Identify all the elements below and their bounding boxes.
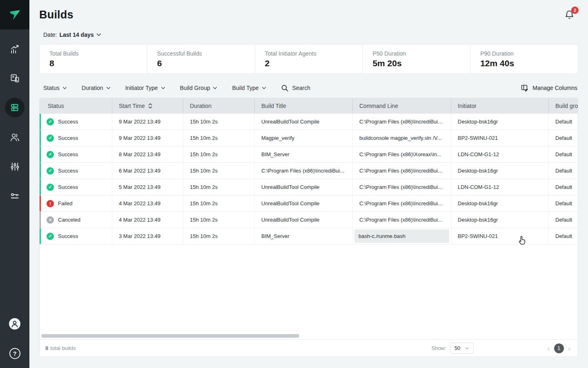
cell-command-line: C:\Program Files (x86)\IncrediBui...	[352, 195, 451, 211]
filter-label: Build Group	[180, 85, 210, 91]
horizontal-scrollbar-thumb[interactable]	[41, 334, 299, 338]
page-size-select[interactable]: 50	[450, 343, 474, 354]
table-row[interactable]: Failed 4 Mar 2022 13:49 15h 10m 2s Unrea…	[40, 195, 578, 212]
column-header-start-time[interactable]: Start Time	[112, 98, 183, 114]
stat-successful-builds: Successful Builds 6	[147, 45, 255, 74]
stat-label: Total Builds	[49, 50, 137, 57]
pagination: ‹ 1 ›	[547, 343, 570, 353]
current-page-indicator[interactable]: 1	[554, 343, 564, 353]
column-header-build-title: Build Title	[254, 98, 352, 114]
cell-build-title: UnrealBuildTool Compile	[254, 212, 352, 228]
command-line-text: C:\Program Files (x86)\IncrediBui...	[353, 184, 442, 190]
active-item-highlight	[5, 98, 24, 117]
manage-columns-label: Manage Columns	[532, 85, 577, 91]
main-content: Builds 2 Date: Last 14 days Total Builds…	[29, 0, 588, 357]
status-accent-bar	[40, 146, 41, 162]
total-builds-label: total builds	[50, 345, 76, 351]
command-line-text: buildconsole magpie_verify.sln /V...	[353, 135, 442, 141]
sidebar-item-agents[interactable]	[0, 63, 29, 93]
cell-build-title: BIM_Server	[254, 146, 352, 162]
cell-command-line: C:\Program Files (x86)\IncrediBui...	[352, 114, 451, 130]
table-row[interactable]: Success 5 Mar 2022 13:49 15h 10m 2s Unre…	[40, 179, 578, 195]
cell-start-time: 8 Mar 2022 13:49	[112, 146, 183, 162]
cell-command-line: C:\Program Files (x86)\Xoreax\In...	[352, 146, 451, 162]
cell-build-title: BIM_Server	[254, 228, 352, 244]
analytics-icon	[9, 43, 20, 54]
sidebar-item-users[interactable]	[0, 122, 29, 152]
stat-label: P50 Duration	[372, 50, 460, 57]
next-page-button[interactable]: ›	[568, 344, 570, 352]
sidebar-item-account[interactable]	[0, 309, 29, 339]
table-row[interactable]: Success 9 Mar 2022 13:49 15h 10m 2s Magp…	[40, 130, 578, 146]
filter-duration[interactable]: Duration	[82, 85, 111, 91]
stat-p90-duration: P90 Duration 12m 40s	[470, 45, 578, 74]
chevron-down-icon	[106, 87, 111, 90]
sidebar-item-builds[interactable]	[0, 93, 29, 122]
app-logo	[0, 0, 29, 29]
cell-status: Success	[40, 179, 112, 195]
date-filter[interactable]: Date: Last 14 days	[39, 29, 578, 40]
cell-build-group: Default	[548, 114, 578, 130]
stat-value: 8	[49, 58, 137, 68]
filter-build-type[interactable]: Build Type	[232, 85, 266, 91]
sidebar-item-license[interactable]	[0, 181, 29, 211]
license-key-icon	[9, 191, 20, 202]
stat-p50-duration: P50 Duration 5m 20s	[362, 45, 470, 74]
column-header-duration: Duration	[183, 98, 254, 114]
users-icon	[9, 132, 20, 143]
table-row[interactable]: Canceled 4 Mar 2022 13:49 15h 10m 2s Unr…	[40, 212, 578, 228]
cell-build-group: Default	[548, 179, 578, 195]
sidebar-nav	[0, 29, 29, 211]
table-footer: 8 total builds Show: 50 ‹ 1 ›	[40, 339, 578, 357]
builds-icon	[9, 102, 20, 113]
filter-label: Build Type	[232, 85, 258, 91]
cell-start-time: 6 Mar 2022 13:49	[112, 163, 183, 179]
cell-initiator: LDN-COM-G1-12	[451, 179, 548, 195]
cell-start-time: 9 Mar 2022 13:49	[112, 130, 183, 146]
cell-command-line: C:\Program Files (x86)\IncrediBui...	[352, 212, 451, 228]
manage-columns-button[interactable]: Manage Columns	[521, 84, 577, 92]
filter-initiator-type[interactable]: Initiator Type	[125, 85, 165, 91]
settings-sliders-icon	[9, 161, 20, 172]
command-line-text: C:\Program Files (x86)\IncrediBui...	[353, 168, 442, 174]
cell-duration: 15h 10m 2s	[183, 195, 254, 211]
status-icon	[47, 216, 54, 224]
table-row[interactable]: Success 3 Mar 2022 13:49 15h 10m 2s BIM_…	[40, 228, 578, 245]
cell-status: Success	[40, 146, 112, 162]
search-icon	[281, 84, 289, 92]
column-header-status: Status	[40, 98, 112, 114]
sidebar-item-settings[interactable]	[0, 152, 29, 181]
builds-table: Status Start Time Duration Build Title C…	[39, 98, 578, 357]
cell-status: Success	[40, 228, 112, 244]
search-button[interactable]: Search	[281, 84, 310, 92]
previous-page-button[interactable]: ‹	[547, 344, 550, 352]
sidebar-item-help[interactable]: ?	[0, 339, 29, 368]
table-row[interactable]: Success 6 Mar 2022 13:49 15h 10m 2s C:\P…	[40, 163, 578, 179]
filter-status[interactable]: Status	[43, 85, 67, 91]
column-header-label: Start Time	[119, 103, 145, 109]
cell-start-time: 4 Mar 2022 13:49	[112, 212, 183, 228]
status-accent-bar	[40, 195, 41, 211]
table-row[interactable]: Success 8 Mar 2022 13:49 15h 10m 2s BIM_…	[40, 146, 578, 163]
status-icon	[47, 151, 54, 158]
cell-duration: 15h 10m 2s	[183, 114, 254, 130]
filter-label: Initiator Type	[125, 85, 158, 91]
account-avatar-icon	[9, 318, 21, 330]
column-header-command-line: Command Line	[352, 98, 451, 114]
chevron-down-icon	[262, 87, 266, 90]
table-row[interactable]: Success 9 Mar 2022 13:49 15h 10m 2s Unre…	[40, 114, 578, 130]
page-size-group: Show: 50	[432, 343, 474, 354]
sidebar-item-analytics[interactable]	[0, 34, 29, 63]
cell-build-group: Default	[548, 195, 578, 211]
filter-build-group[interactable]: Build Group	[180, 85, 218, 91]
status-icon	[47, 200, 54, 207]
date-filter-value: Last 14 days	[59, 31, 94, 38]
command-line-text: bash-c./runme.bash	[354, 229, 449, 243]
command-line-text: C:\Program Files (x86)\IncrediBui...	[353, 217, 442, 223]
filter-label: Duration	[82, 85, 103, 91]
status-label: Success	[58, 151, 78, 157]
cell-initiator: BP2-SWINU-021	[451, 228, 548, 244]
notifications-button[interactable]: 2	[564, 9, 575, 20]
cell-command-line: C:\Program Files (x86)\IncrediBui...	[352, 163, 451, 179]
status-label: Success	[58, 119, 78, 125]
